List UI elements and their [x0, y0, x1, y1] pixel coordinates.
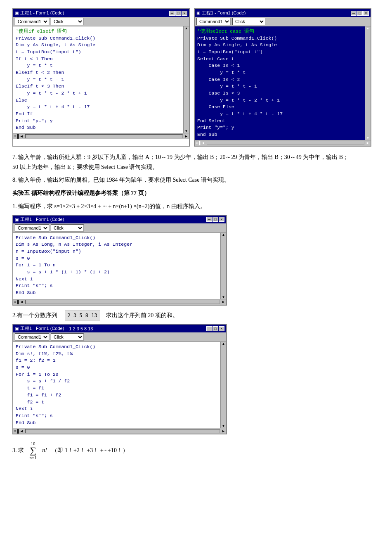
right-title-bar: ▣ 工程1 - Form1 (Code) ─ □ × — [195, 9, 371, 17]
window1-title-text: ▣ 工程1 - Form1 (Code) — [15, 216, 64, 223]
left-vb-icon: ▣ — [15, 11, 19, 15]
window1-bottom-bar: ≡▐ ◄ ► — [13, 299, 226, 305]
left-bottom-bar: ≡▐ ◄ ► — [13, 133, 189, 139]
left-close-btn[interactable]: × — [182, 11, 187, 16]
window2-bottom-icons: ≡▐ ◄ — [13, 429, 24, 433]
window1-scroll-right[interactable]: ► — [221, 300, 226, 304]
top-windows-row: ▣ 工程1 - Form1 (Code) ─ □ × Command1 Clic… — [12, 8, 380, 147]
window1-object-select[interactable]: Command1 — [15, 224, 49, 232]
window2-scroll-right[interactable]: ► — [221, 429, 226, 433]
left-comment: '使用if elseif 语句 — [16, 28, 67, 34]
left-code-area: '使用if elseif 语句 Private Sub Command1_Cli… — [13, 26, 183, 133]
right-bottom-bar: ≡▐ ◄ ► — [195, 140, 371, 146]
left-scroll-up-btn[interactable]: ▲ — [185, 26, 188, 30]
left-object-select[interactable]: Command1 — [15, 18, 49, 25]
sum-bottom: n=1 — [30, 455, 37, 460]
window2-maximize-btn[interactable]: □ — [213, 326, 218, 331]
window2-title-bar: ▣ 工程1 - Form1 (Code) 1 2 3 5 8 13 ─ □ × — [13, 325, 226, 332]
left-scroll-down-btn[interactable]: ▼ — [185, 129, 188, 133]
window2-object-select[interactable]: Command1 — [15, 333, 49, 341]
right-close-btn[interactable]: × — [363, 11, 369, 16]
window1-title-buttons: ─ □ × — [206, 217, 224, 222]
window2-title-text: ▣ 工程1 - Form1 (Code) — [15, 325, 64, 332]
left-minimize-btn[interactable]: ─ — [169, 11, 175, 16]
right-maximize-btn[interactable]: □ — [357, 11, 363, 16]
window2-code-area: Private Sub Command1_Click() Dim s!, f1%… — [13, 342, 220, 428]
exercise-2-text: 2.有一个分数序列 2 3 5 8 13 求出这个序列前 20 项的和。 — [12, 311, 380, 320]
window2-event-select[interactable]: Click — [51, 333, 84, 341]
right-title-buttons: ─ □ × — [351, 11, 369, 16]
right-scroll-down-btn[interactable]: ▼ — [366, 136, 370, 140]
window2-vb-icon: ▣ — [15, 326, 19, 331]
right-scrollbar-v[interactable]: ▲ ▼ — [365, 26, 371, 140]
window1-minimize-btn[interactable]: ─ — [206, 217, 212, 222]
right-scroll-right[interactable]: ► — [365, 141, 371, 145]
window1-vb-icon: ▣ — [15, 217, 19, 222]
right-code-window: ▣ 工程1 - Form1 (Code) ─ □ × Command1 Clic… — [194, 8, 371, 147]
window2-minimize-btn[interactable]: ─ — [206, 326, 212, 331]
sum-sigma: ∑ — [30, 446, 36, 455]
window1-title-bar: ▣ 工程1 - Form1 (Code) ─ □ × — [13, 216, 226, 223]
right-scroll-up-btn[interactable]: ▲ — [366, 26, 370, 30]
window2-scroll-up[interactable]: ▲ — [222, 342, 225, 346]
left-scrollbar-v[interactable]: ▲ ▼ — [183, 26, 189, 133]
window2-close-btn[interactable]: × — [219, 326, 224, 331]
window1-toolbar: Command1 Click — [13, 223, 226, 233]
exercise-3: 3. 求 10 ∑ n=1 n! （即 1！+2！ +3！ +···+10！） — [12, 441, 380, 460]
exercise-1: 1. 编写程序，求 s=1×2×3 + 2×3×4 + ··· + n×(n+1… — [12, 202, 380, 211]
right-bottom-icons: ≡▐ ◄ — [195, 141, 206, 145]
right-code-area: '使用select case 语句 Private Sub Command1_C… — [195, 26, 365, 140]
window1-maximize-btn[interactable]: □ — [213, 217, 218, 222]
window2-bottom-bar: ≡▐ ◄ ► — [13, 428, 226, 434]
window2-title-buttons: ─ □ × — [206, 326, 224, 331]
right-title-text: ▣ 工程1 - Form1 (Code) — [196, 10, 246, 16]
exercise-7: 7. 输入年龄，输出所处人群：9 岁以下为儿童，输出 A；10～19 为少年，输… — [12, 152, 380, 172]
right-vb-icon: ▣ — [196, 11, 200, 15]
left-title-text: ▣ 工程1 - Form1 (Code) — [15, 10, 64, 16]
window1-container: ▣ 工程1 - Form1 (Code) ─ □ × Command1 Clic… — [12, 215, 380, 306]
sequence-display: 2 3 5 8 13 — [65, 311, 100, 320]
right-toolbar: Command1 Click — [195, 17, 371, 26]
sum-symbol: 10 ∑ n=1 — [30, 441, 37, 460]
window1-event-select[interactable]: Click — [51, 224, 84, 232]
left-event-select[interactable]: Click — [51, 18, 84, 25]
right-minimize-btn[interactable]: ─ — [351, 11, 357, 16]
window1-scroll-down[interactable]: ▼ — [222, 295, 225, 299]
left-title-buttons: ─ □ × — [169, 11, 187, 16]
window1-code-area: Private Sub Command1_Click() Dim s As Lo… — [13, 233, 220, 299]
right-object-select[interactable]: Command1 — [196, 18, 231, 25]
left-toolbar: Command1 Click — [13, 17, 189, 26]
window1-bottom-icons: ≡▐ ◄ — [13, 300, 24, 304]
window2-scrollbar-v[interactable]: ▲ ▼ — [220, 342, 226, 428]
window2-toolbar: Command1 Click — [13, 332, 226, 342]
window2: ▣ 工程1 - Form1 (Code) 1 2 3 5 8 13 ─ □ × … — [12, 324, 227, 434]
left-title-bar: ▣ 工程1 - Form1 (Code) ─ □ × — [13, 9, 189, 17]
right-event-select[interactable]: Click — [232, 18, 265, 25]
left-scroll-right[interactable]: ► — [184, 134, 189, 138]
window1: ▣ 工程1 - Form1 (Code) ─ □ × Command1 Clic… — [12, 215, 227, 306]
section-title: 实验五 循环结构程序设计编程题参考答案（第 77 页） — [12, 188, 380, 198]
left-maximize-btn[interactable]: □ — [175, 11, 181, 16]
window2-container: ▣ 工程1 - Form1 (Code) 1 2 3 5 8 13 ─ □ × … — [12, 324, 380, 434]
window2-scroll-down[interactable]: ▼ — [222, 424, 225, 428]
right-comment: '使用select case 语句 — [197, 28, 254, 34]
left-bottom-icons: ≡▐ ◄ — [13, 134, 24, 138]
exercise-8: 8. 输入年份，输出对应的属相。已知 1984 年为鼠年，要求使用 Select… — [12, 175, 380, 185]
window2-seq-label: 1 2 3 5 8 13 — [67, 326, 94, 331]
left-code-window: ▣ 工程1 - Form1 (Code) ─ □ × Command1 Clic… — [12, 8, 190, 147]
window1-scrollbar-v[interactable]: ▲ ▼ — [220, 233, 226, 299]
window1-close-btn[interactable]: × — [219, 217, 224, 222]
window1-scroll-up[interactable]: ▲ — [222, 233, 225, 237]
